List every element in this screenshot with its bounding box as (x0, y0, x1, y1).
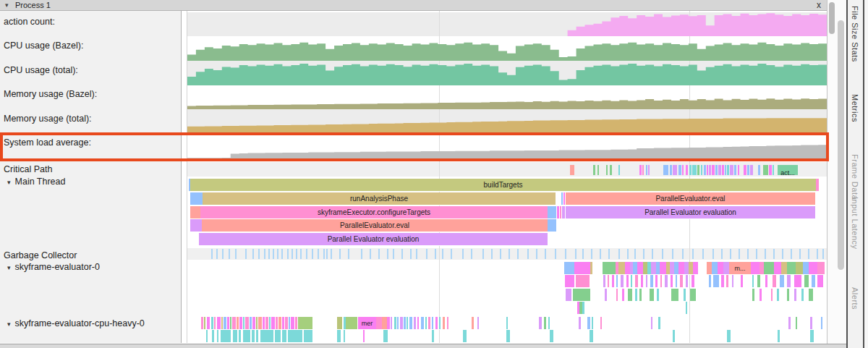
critical-path-badge[interactable]: act... (778, 165, 798, 175)
skyframe-evaluator-0-span[interactable] (752, 275, 754, 288)
skyframe-evaluator-cpu-heavy-0-span[interactable] (212, 330, 214, 343)
gc-tick[interactable] (326, 249, 328, 259)
skyframe-evaluator-0-span[interactable] (690, 289, 696, 302)
skyframe-evaluator-0-span[interactable] (721, 275, 724, 288)
skyframe-evaluator-0-span[interactable] (616, 275, 618, 288)
critical-path-tick[interactable] (722, 165, 724, 175)
skyframe-evaluator-0-span[interactable] (693, 262, 698, 275)
gc-tick[interactable] (756, 249, 757, 259)
skyframe-evaluator-0-span[interactable] (764, 262, 774, 275)
skyframe-evaluator-0-span[interactable] (639, 289, 642, 302)
critical-path-tick[interactable] (606, 165, 608, 175)
horizontal-scrollbar[interactable] (0, 344, 868, 348)
skyframe-evaluator-cpu-heavy-0-span[interactable] (651, 317, 652, 330)
skyframe-evaluator-cpu-heavy-0-span[interactable] (227, 317, 229, 330)
skyframe-evaluator-0-span[interactable] (605, 289, 607, 302)
skyframe-evaluator-cpu-heavy-0-span[interactable] (421, 317, 424, 330)
skyframe-evaluator-0-span[interactable] (718, 262, 723, 275)
skyframe-evaluator-cpu-heavy-0-span[interactable] (439, 317, 441, 330)
skyframe-evaluator-0-span[interactable] (622, 289, 624, 302)
chart-memory-usage-total[interactable] (187, 109, 827, 134)
skyframe-evaluator-cpu-heavy-0-span[interactable] (278, 317, 281, 330)
gc-tick[interactable] (471, 249, 472, 259)
gc-tick[interactable] (662, 249, 663, 259)
critical-path-tick[interactable] (725, 165, 726, 175)
skyframe-evaluator-cpu-heavy-0-span[interactable] (435, 317, 438, 330)
skyframe-evaluator-cpu-heavy-0-span[interactable] (414, 317, 416, 330)
critical-path-tick[interactable] (597, 165, 599, 175)
skyframe-evaluator-cpu-heavy-0-span[interactable] (463, 330, 467, 343)
skyframe-evaluator-cpu-heavy-0-span[interactable] (447, 317, 448, 330)
gc-tick[interactable] (235, 249, 237, 259)
gc-tick[interactable] (791, 249, 792, 259)
skyframe-evaluator-0-span[interactable] (564, 262, 574, 275)
chart-system-load-average[interactable] (187, 134, 827, 161)
skyframe-evaluator-cpu-heavy-0-span[interactable] (600, 317, 602, 330)
skyframe-evaluator-0-span[interactable] (771, 289, 773, 302)
gc-tick[interactable] (627, 249, 629, 259)
skyframe-evaluator-cpu-heavy-0-span[interactable] (400, 317, 403, 330)
skyframe-evaluator-cpu-heavy-0-span[interactable] (788, 317, 791, 330)
skyframe-evaluator-0-span[interactable] (641, 275, 643, 288)
gc-tick[interactable] (361, 249, 362, 259)
critical-path-tick[interactable] (707, 165, 708, 175)
skyframe-evaluator-cpu-heavy-0-span[interactable] (346, 317, 357, 330)
skyframe-evaluator-cpu-heavy-0-span[interactable] (258, 317, 262, 330)
critical-path-tick[interactable] (709, 165, 711, 175)
skyframe-evaluator-0-span[interactable] (684, 289, 686, 302)
critical-path-tick[interactable] (744, 165, 746, 175)
gc-tick[interactable] (211, 249, 213, 259)
skyframe-evaluator-cpu-heavy-0-span[interactable] (289, 317, 290, 330)
gc-tick[interactable] (296, 249, 297, 259)
critical-path-tick[interactable] (712, 165, 715, 175)
skyframe-evaluator-cpu-heavy-0-span[interactable] (245, 317, 249, 330)
skyframe-evaluator-0-span[interactable] (760, 289, 762, 302)
skyframe-evaluator-0-span[interactable] (712, 262, 718, 275)
skyframe-evaluator-cpu-heavy-0-span[interactable] (269, 317, 271, 330)
gc-tick[interactable] (608, 249, 610, 259)
skyframe-evaluator-cpu-heavy-0-span[interactable] (265, 317, 268, 330)
gc-tick[interactable] (618, 249, 620, 259)
critical-path-tick[interactable] (718, 165, 721, 175)
skyframe-evaluator-cpu-heavy-0-span[interactable] (232, 317, 236, 330)
skyframe-evaluator-cpu-heavy-0-span[interactable] (673, 330, 675, 343)
skyframe-evaluator-cpu-heavy-0-span[interactable] (344, 330, 345, 343)
skyframe-evaluator-0-span[interactable] (757, 275, 760, 288)
outer-scrollbar-thumb[interactable] (838, 20, 844, 270)
skyframe-evaluator-cpu-heavy-0-span[interactable] (432, 330, 434, 343)
skyframe-evaluator-0-span[interactable] (582, 302, 584, 315)
gc-tick[interactable] (712, 249, 714, 259)
gc-tick[interactable] (672, 249, 673, 259)
gc-tick[interactable] (287, 249, 289, 259)
skyframe-evaluator-0-span[interactable] (774, 262, 781, 275)
collapse-arrow-icon[interactable]: ▾ (7, 179, 11, 186)
gc-tick[interactable] (306, 249, 307, 259)
skyframe-evaluator-0-span[interactable] (626, 275, 629, 288)
main-thread-span[interactable] (562, 206, 565, 219)
gc-tick[interactable] (822, 249, 824, 259)
skyframe-evaluator-0-span[interactable] (732, 275, 733, 288)
gc-tick[interactable] (799, 249, 801, 259)
gc-tick[interactable] (268, 249, 270, 259)
main-thread-span[interactable] (190, 206, 200, 219)
skyframe-evaluator-0-span[interactable] (566, 289, 571, 302)
critical-path-tick[interactable] (673, 165, 677, 175)
gc-tick[interactable] (393, 249, 394, 259)
gc-tick[interactable] (575, 249, 576, 259)
gc-tick[interactable] (591, 249, 592, 259)
skyframe-evaluator-0-span[interactable] (625, 262, 630, 275)
skyframe-evaluator-cpu-heavy-0-span[interactable] (548, 317, 550, 330)
critical-path-tick[interactable] (593, 165, 595, 175)
gc-tick[interactable] (401, 249, 403, 259)
skyframe-evaluator-cpu-heavy-0-span[interactable] (821, 317, 822, 330)
skyframe-evaluator-cpu-heavy-0-span[interactable] (472, 317, 474, 330)
skyframe-evaluator-cpu-heavy-0-span[interactable] (237, 317, 239, 330)
skyframe-evaluator-0-span[interactable] (650, 289, 654, 302)
skyframe-evaluator-cpu-heavy-0-span[interactable] (432, 317, 433, 330)
skyframe-evaluator-cpu-heavy-0-span[interactable] (298, 317, 312, 330)
skyframe-evaluator-0-span[interactable] (723, 262, 729, 275)
skyframe-evaluator-cpu-heavy-0-span[interactable] (224, 317, 226, 330)
skyframe-evaluator-0-span[interactable] (751, 262, 760, 275)
gc-tick[interactable] (318, 249, 319, 259)
skyframe-evaluator-0-span[interactable] (618, 262, 625, 275)
